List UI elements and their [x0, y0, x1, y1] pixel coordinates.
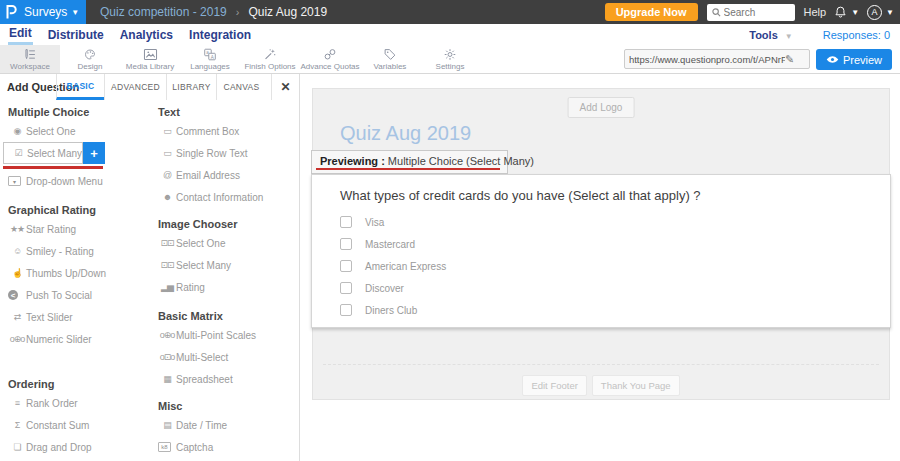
breadcrumb-folder[interactable]: Quiz competition - 2019 [100, 5, 227, 19]
toolbar-item-workspace[interactable]: Workspace [0, 45, 60, 73]
checkbox-discover[interactable] [340, 282, 352, 294]
option-label: American Express [365, 261, 446, 272]
gear-icon [443, 48, 457, 61]
section-text: Text [158, 106, 300, 120]
question-type-select-one[interactable]: ◉ Select One [0, 120, 150, 142]
toolbar-item-media-library[interactable]: Media Library [120, 45, 180, 73]
question-type-date-time[interactable]: ▤ Date / Time [150, 414, 300, 436]
section-multiple-choice: Multiple Choice [8, 106, 150, 120]
question-type-star-rating[interactable]: ★★ Star Rating [0, 218, 150, 240]
notifications-menu[interactable]: ▼ [834, 5, 859, 19]
question-type-image-select-many[interactable]: ⊡⊡ Select Many [150, 254, 300, 276]
question-type-multi-point-scales[interactable]: o⊕o Multi-Point Scales [150, 324, 300, 346]
survey-url-input[interactable] [629, 54, 785, 65]
builder-toolbar: Workspace Design Media Library aA Langua… [0, 45, 900, 74]
numeric-slider-icon: o⊕o [8, 334, 26, 344]
dropdown-icon: ▾ [8, 176, 21, 186]
upgrade-now-button[interactable]: Upgrade Now [605, 3, 698, 21]
nav-tab-analytics[interactable]: Analytics [119, 26, 174, 44]
section-graphical-rating: Graphical Rating [8, 204, 150, 218]
star-rating-icon: ★★ [8, 224, 26, 234]
surveys-product-menu[interactable]: Surveys ▼ [0, 0, 86, 24]
toolbar-item-advance-quotas[interactable]: Advance Quotas [300, 45, 360, 73]
nav-tab-edit[interactable]: Edit [8, 24, 33, 45]
add-logo-button[interactable]: Add Logo [568, 97, 635, 118]
question-type-constant-sum[interactable]: Σ Constant Sum [0, 414, 150, 436]
question-type-contact-information[interactable]: ☻ Contact Information [150, 186, 300, 208]
question-preview-card: What types of credit cards do you have (… [311, 174, 891, 328]
close-icon[interactable]: ✕ [271, 74, 299, 100]
option-row: Mastercard [340, 237, 415, 251]
question-type-multi-select[interactable]: o⊡o Multi-Select [150, 346, 300, 368]
option-row: Discover [340, 281, 404, 295]
question-type-image-rating[interactable]: ▂▅ Rating [150, 276, 300, 298]
edit-footer-button[interactable]: Edit Footer [522, 375, 586, 396]
add-select-many-button[interactable]: + [83, 142, 105, 164]
nav-tab-distribute[interactable]: Distribute [47, 26, 105, 44]
option-label: Discover [365, 283, 404, 294]
svg-text:A: A [211, 54, 214, 59]
survey-page-panel: Add Logo Quiz Aug 2019 Previewing : Mult… [312, 88, 890, 400]
tab-advanced[interactable]: ADVANCED [104, 74, 166, 100]
toolbar-item-languages[interactable]: aA Languages [180, 45, 240, 73]
option-row: American Express [340, 259, 446, 273]
question-type-text-slider[interactable]: ⇄ Text Slider [0, 306, 150, 328]
question-type-comment-box[interactable]: ▭ Comment Box [150, 120, 300, 142]
search-box[interactable] [707, 4, 795, 21]
smiley-icon: ☺ [8, 246, 26, 256]
question-type-push-to-social[interactable]: < Push To Social [0, 284, 150, 306]
breadcrumb-separator: › [236, 6, 240, 18]
checkbox-mastercard[interactable] [340, 238, 352, 250]
tag-icon [383, 48, 397, 61]
tab-basic[interactable]: BASIC [56, 74, 104, 100]
share-icon: < [8, 290, 18, 300]
question-type-smiley-rating[interactable]: ☺ Smiley - Rating [0, 240, 150, 262]
edit-url-pencil-icon[interactable]: ✎ [785, 53, 794, 66]
question-type-captcha[interactable]: k8 Captcha [150, 436, 300, 458]
section-basic-matrix: Basic Matrix [158, 310, 300, 324]
palette-icon [83, 48, 97, 61]
toolbar-item-variables[interactable]: Variables [360, 45, 420, 73]
thank-you-page-button[interactable]: Thank You Page [592, 375, 680, 396]
question-type-thumbs-up-down[interactable]: ☝ Thumbs Up/Down [0, 262, 150, 284]
preview-button[interactable]: Preview [816, 49, 892, 70]
question-type-drag-and-drop[interactable]: ❏ Drag and Drop [0, 436, 150, 458]
question-text: What types of credit cards do you have (… [340, 188, 701, 203]
checkbox-diners-club[interactable] [340, 304, 352, 316]
question-type-dropdown-menu[interactable]: ▾ Drop-down Menu [0, 170, 150, 192]
add-question-panel: Add Question BASIC ADVANCED LIBRARY CANV… [0, 74, 300, 461]
tab-library[interactable]: LIBRARY [166, 74, 216, 100]
spreadsheet-grid-icon: ▦ [158, 374, 176, 384]
nav-tab-integration[interactable]: Integration [188, 26, 252, 44]
search-input[interactable] [724, 7, 790, 18]
product-label: Surveys [24, 5, 67, 19]
sigma-icon: Σ [8, 420, 26, 430]
survey-canvas: Add Logo Quiz Aug 2019 Previewing : Mult… [300, 74, 900, 461]
question-type-select-many[interactable]: ☑ Select Many + [3, 142, 83, 164]
toolbar-item-settings[interactable]: Settings [420, 45, 480, 73]
question-type-spreadsheet[interactable]: ▦ Spreadsheet [150, 368, 300, 390]
question-type-email-address[interactable]: @ Email Address [150, 164, 300, 186]
toolbar-item-design[interactable]: Design [60, 45, 120, 73]
top-bar: Surveys ▼ Quiz competition - 2019 › Quiz… [0, 0, 900, 24]
toolbar-item-finish-options[interactable]: Finish Options [240, 45, 300, 73]
question-type-single-row-text[interactable]: ▭ Single Row Text [150, 142, 300, 164]
question-type-image-select-one[interactable]: ⊡⊡ Select One [150, 232, 300, 254]
radio-icon: ◉ [8, 126, 26, 136]
question-type-rank-order[interactable]: ≡ Rank Order [0, 392, 150, 414]
checkbox-american-express[interactable] [340, 260, 352, 272]
red-underline-annotation [3, 166, 103, 169]
section-image-chooser: Image Chooser [158, 218, 300, 232]
panel-title: Add Question [0, 74, 56, 100]
tools-menu[interactable]: Tools ▼ [749, 29, 793, 41]
previewing-label: Previewing : [320, 155, 385, 167]
checkbox-visa[interactable] [340, 216, 352, 228]
footer-actions: Edit Footer Thank You Page [313, 375, 889, 396]
survey-title[interactable]: Quiz Aug 2019 [340, 122, 471, 145]
help-link[interactable]: Help [804, 6, 827, 18]
account-menu[interactable]: A ▼ [867, 5, 894, 20]
tab-canvas[interactable]: CANVAS [216, 74, 266, 100]
responses-count[interactable]: Responses: 0 [823, 29, 890, 41]
question-type-numeric-slider[interactable]: o⊕o Numeric Slider [0, 328, 150, 350]
multi-select-icon: o⊡o [158, 352, 176, 362]
